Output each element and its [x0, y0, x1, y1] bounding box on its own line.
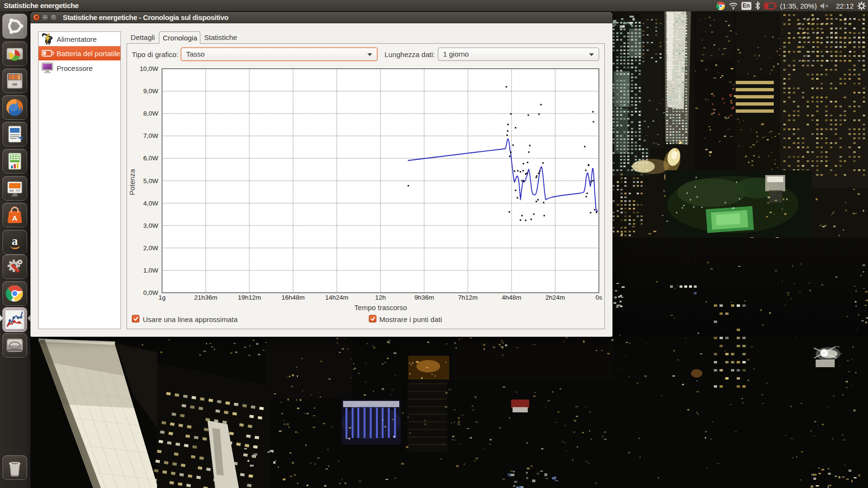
- svg-text:1g: 1g: [158, 294, 166, 301]
- svg-text:7,0W: 7,0W: [143, 132, 158, 139]
- svg-text:5,0W: 5,0W: [143, 177, 158, 185]
- svg-text:4,0W: 4,0W: [143, 200, 158, 207]
- svg-text:1,0W: 1,0W: [143, 267, 158, 274]
- svg-text:16h48m: 16h48m: [282, 294, 305, 301]
- svg-text:Tempo trascorso: Tempo trascorso: [355, 303, 407, 312]
- svg-text:9,0W: 9,0W: [143, 88, 158, 95]
- svg-text:21h36m: 21h36m: [194, 294, 217, 301]
- svg-text:4h48m: 4h48m: [502, 294, 521, 301]
- svg-text:2,0W: 2,0W: [143, 244, 158, 252]
- svg-text:19h12m: 19h12m: [238, 294, 261, 301]
- svg-text:3,0W: 3,0W: [143, 222, 158, 229]
- svg-text:6,0W: 6,0W: [143, 155, 158, 162]
- svg-text:9h36m: 9h36m: [414, 294, 434, 301]
- svg-text:7h12m: 7h12m: [458, 294, 477, 301]
- svg-text:12h: 12h: [375, 294, 386, 301]
- svg-text:14h24m: 14h24m: [325, 294, 348, 301]
- svg-text:A: A: [12, 214, 18, 222]
- svg-text:0s: 0s: [595, 294, 602, 301]
- svg-text:10,0W: 10,0W: [139, 65, 158, 72]
- svg-text:2h24m: 2h24m: [545, 294, 565, 301]
- svg-text:Potenza: Potenza: [128, 169, 136, 195]
- svg-text:a: a: [12, 234, 18, 248]
- svg-text:8,0W: 8,0W: [143, 110, 158, 117]
- svg-text:0,0W: 0,0W: [143, 289, 158, 296]
